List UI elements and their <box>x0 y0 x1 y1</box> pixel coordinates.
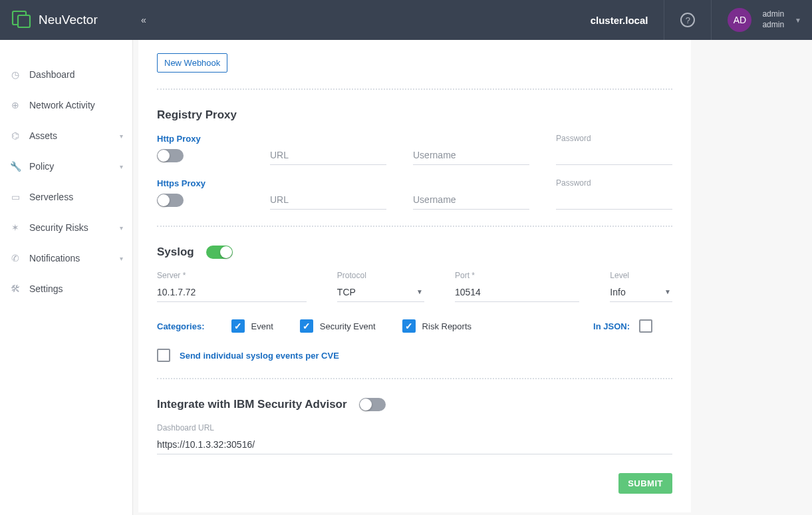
per-cve-checkbox[interactable] <box>157 349 170 362</box>
sidebar-item-security-risks[interactable]: ✶ Security Risks ▾ <box>0 216 132 240</box>
new-webhook-button[interactable]: New Webhook <box>157 53 227 73</box>
chevron-down-icon: ▾ <box>120 132 123 140</box>
ibm-toggle[interactable] <box>359 398 386 411</box>
http-proxy-label: Http Proxy <box>157 134 243 144</box>
syslog-title-text: Syslog <box>157 246 194 259</box>
syslog-port-label: Port * <box>455 271 579 280</box>
svg-rect-1 <box>18 15 30 27</box>
sidebar-collapse-icon[interactable]: « <box>141 15 146 25</box>
chevron-down-icon: ▼ <box>416 288 423 295</box>
sidebar-item-label: Assets <box>29 130 57 141</box>
syslog-level-select[interactable]: Info ▼ <box>610 283 672 302</box>
sidebar-item-network-activity[interactable]: ⊕ Network Activity <box>0 93 132 117</box>
help-icon[interactable]: ? <box>680 13 695 27</box>
https-proxy-label: Https Proxy <box>157 178 243 188</box>
user-info: admin admin <box>762 9 784 30</box>
category-event-checkbox[interactable]: Event <box>231 319 273 333</box>
logo[interactable]: NeuVector <box>11 9 130 31</box>
cluster-name: cluster.local <box>591 15 648 26</box>
ibm-title: Integrate with IBM Security Advisor <box>157 398 672 411</box>
checkbox-icon <box>402 319 416 333</box>
syslog-protocol-select[interactable]: TCP ▼ <box>337 283 424 302</box>
settings-panel: New Webhook Registry Proxy Http Proxy Pa… <box>138 40 691 512</box>
ibm-title-text: Integrate with IBM Security Advisor <box>157 398 347 411</box>
dashboard-url-input[interactable] <box>157 435 672 454</box>
https-proxy-url-input[interactable] <box>270 190 386 210</box>
syslog-title: Syslog <box>157 246 672 259</box>
category-security-event-checkbox[interactable]: Security Event <box>300 319 376 333</box>
sidebar-item-label: Notifications <box>29 253 80 263</box>
globe-icon: ⊕ <box>9 100 21 110</box>
syslog-toggle[interactable] <box>206 246 233 259</box>
syslog-level-value: Info <box>610 283 672 302</box>
http-proxy-username-input[interactable] <box>413 146 529 165</box>
in-json-label: In JSON: <box>593 321 630 331</box>
checkbox-icon <box>231 319 245 333</box>
syslog-port-input[interactable] <box>455 283 579 302</box>
chevron-down-icon: ▼ <box>664 288 671 295</box>
syslog-server-label: Server * <box>157 271 307 280</box>
user-name: admin <box>762 9 784 20</box>
syslog-protocol-label: Protocol <box>337 271 424 280</box>
gauge-icon: ◷ <box>9 69 21 80</box>
registry-proxy-title: Registry Proxy <box>157 108 672 122</box>
checkbox-icon <box>300 319 313 333</box>
chevron-down-icon[interactable]: ▼ <box>795 17 801 24</box>
sidebar-item-policy[interactable]: 🔧 Policy ▾ <box>0 154 132 178</box>
laptop-icon: ▭ <box>9 192 21 202</box>
chevron-down-icon: ▾ <box>120 255 123 262</box>
sidebar-item-label: Dashboard <box>29 69 75 80</box>
phone-icon: ✆ <box>9 253 21 263</box>
neuvector-logo-icon <box>11 9 32 31</box>
https-proxy-password-label: Password <box>556 178 672 188</box>
http-proxy-password-input[interactable] <box>556 146 672 165</box>
bug-icon: ✶ <box>9 222 21 233</box>
http-proxy-toggle[interactable] <box>157 149 184 162</box>
sidebar-item-label: Serverless <box>29 192 73 202</box>
dashboard-url-label: Dashboard URL <box>157 423 672 432</box>
sidebar-item-label: Security Risks <box>29 222 88 233</box>
category-risk-reports-checkbox[interactable]: Risk Reports <box>402 319 472 333</box>
wrench-icon: 🔧 <box>9 161 21 172</box>
https-proxy-row: Https Proxy Password <box>157 178 672 210</box>
sidebar-item-label: Network Activity <box>29 100 95 110</box>
category-label: Security Event <box>320 321 376 331</box>
sidebar-item-label: Policy <box>29 161 54 172</box>
http-proxy-row: Http Proxy Password <box>157 134 672 165</box>
syslog-protocol-value: TCP <box>337 283 424 302</box>
submit-button[interactable]: SUBMIT <box>618 473 672 494</box>
categories-label: Categories: <box>157 321 205 331</box>
user-role: admin <box>762 20 784 31</box>
http-proxy-url-input[interactable] <box>270 146 386 165</box>
cubes-icon: ⌬ <box>9 130 21 141</box>
sidebar-item-label: Settings <box>29 283 63 294</box>
sidebar-item-dashboard[interactable]: ◷ Dashboard <box>0 63 132 86</box>
sidebar: ◷ Dashboard ⊕ Network Activity ⌬ Assets … <box>0 40 133 515</box>
chevron-down-icon: ▾ <box>120 224 123 232</box>
category-label: Event <box>251 321 273 331</box>
sidebar-item-notifications[interactable]: ✆ Notifications ▾ <box>0 246 132 270</box>
http-proxy-password-label: Password <box>556 134 672 143</box>
https-proxy-password-input[interactable] <box>556 190 672 210</box>
in-json-checkbox[interactable] <box>639 319 652 333</box>
sidebar-item-serverless[interactable]: ▭ Serverless <box>0 185 132 209</box>
syslog-server-input[interactable] <box>157 283 307 302</box>
product-name: NeuVector <box>39 13 98 27</box>
https-proxy-toggle[interactable] <box>157 194 184 207</box>
tool-icon: 🛠 <box>9 283 21 294</box>
per-cve-label: Send individual syslog events per CVE <box>180 351 339 361</box>
category-label: Risk Reports <box>422 321 472 331</box>
syslog-level-label: Level <box>610 271 672 280</box>
https-proxy-username-input[interactable] <box>413 190 529 210</box>
avatar[interactable]: AD <box>728 8 751 32</box>
sidebar-item-assets[interactable]: ⌬ Assets ▾ <box>0 124 132 148</box>
app-header: NeuVector « cluster.local ? AD admin adm… <box>0 0 812 40</box>
sidebar-item-settings[interactable]: 🛠 Settings <box>0 277 132 301</box>
chevron-down-icon: ▾ <box>120 163 123 170</box>
